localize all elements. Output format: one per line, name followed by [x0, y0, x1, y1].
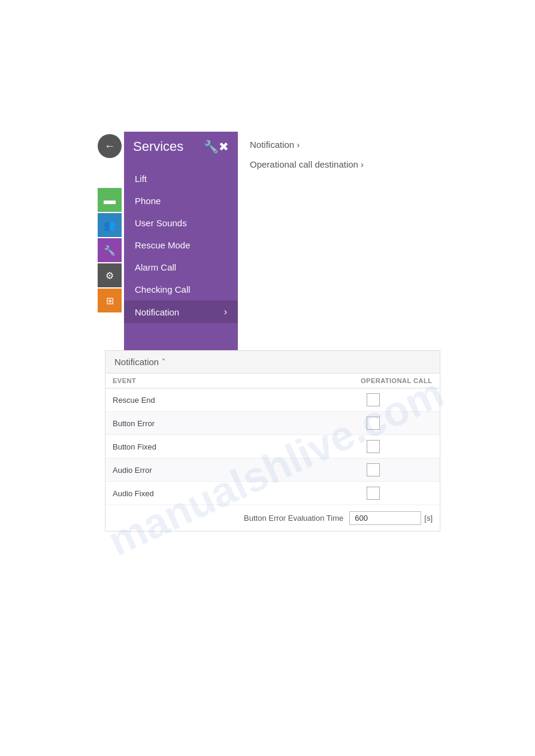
table-row: Rescue End: [105, 388, 440, 412]
sidebar-icon-team[interactable]: 👥: [98, 213, 122, 237]
event-button-fixed: Button Fixed: [113, 442, 361, 451]
table-row: Button Error: [105, 412, 440, 435]
menu-item-checking-call[interactable]: Checking Call: [124, 278, 238, 300]
opcall-checkbox-button-fixed[interactable]: [361, 440, 433, 453]
event-button-error: Button Error: [113, 419, 361, 428]
eval-time-row: Button Error Evaluation Time [s]: [105, 505, 440, 531]
notification-section-header[interactable]: Notification ˅: [105, 351, 440, 374]
checkbox-icon[interactable]: [367, 463, 380, 476]
sidebar-icon-grid[interactable]: ⊞: [98, 289, 122, 312]
operational-call-breadcrumb[interactable]: Operational call destination ›: [250, 154, 460, 174]
content-panel: Notification › Operational call destinat…: [250, 132, 460, 174]
checkbox-icon[interactable]: [367, 417, 380, 430]
notification-section: Notification ˅ EVENT OPERATIONAL CALL Re…: [105, 350, 440, 532]
eval-time-label: Button Error Evaluation Time: [244, 514, 343, 523]
chevron-right-icon: ›: [224, 306, 227, 317]
menu-item-phone[interactable]: Phone: [124, 190, 238, 212]
menu-item-notification[interactable]: Notification ›: [124, 300, 238, 323]
services-header: Services 🔧✖: [124, 132, 238, 162]
wrench-icon: 🔧✖: [204, 139, 229, 154]
checkbox-icon[interactable]: [367, 440, 380, 453]
dropdown-arrow-icon: ˅: [162, 358, 165, 366]
table-row: Audio Fixed: [105, 482, 440, 505]
eval-time-unit: [s]: [424, 514, 433, 523]
col-header-opcall: OPERATIONAL CALL: [361, 377, 433, 384]
services-menu: Lift Phone User Sounds Rescue Mode Alarm…: [124, 168, 238, 323]
menu-item-user-sounds[interactable]: User Sounds: [124, 212, 238, 234]
col-header-event: EVENT: [113, 377, 361, 384]
menu-item-alarm-call[interactable]: Alarm Call: [124, 256, 238, 278]
checkbox-icon[interactable]: [367, 487, 380, 500]
team-icon: 👥: [104, 220, 116, 231]
checkbox-icon[interactable]: [367, 393, 380, 406]
services-panel: Services 🔧✖ Lift Phone User Sounds Rescu…: [124, 132, 238, 371]
opcall-checkbox-audio-fixed[interactable]: [361, 487, 433, 500]
services-title: Services: [133, 139, 183, 154]
gear-icon: ⚙: [105, 270, 114, 281]
notification-table: EVENT OPERATIONAL CALL Rescue End Button…: [105, 374, 440, 531]
table-row: Button Fixed: [105, 435, 440, 459]
event-rescue-end: Rescue End: [113, 396, 361, 405]
sidebar-icon-gear[interactable]: ⚙: [98, 263, 122, 287]
table-row: Audio Error: [105, 459, 440, 482]
sidebar-icon-chart[interactable]: ▬: [98, 188, 122, 212]
notification-header-title: Notification: [114, 357, 159, 367]
opcall-checkbox-rescue-end[interactable]: [361, 393, 433, 406]
table-header: EVENT OPERATIONAL CALL: [105, 374, 440, 388]
chart-icon: ▬: [104, 193, 116, 207]
event-audio-fixed: Audio Fixed: [113, 489, 361, 498]
sidebar-icon-tools[interactable]: 🔧: [98, 238, 122, 262]
menu-item-lift[interactable]: Lift: [124, 168, 238, 190]
notification-breadcrumb[interactable]: Notification ›: [250, 135, 460, 154]
opcall-checkbox-button-error[interactable]: [361, 417, 433, 430]
tools-icon: 🔧: [104, 245, 116, 256]
menu-item-rescue-mode[interactable]: Rescue Mode: [124, 234, 238, 256]
opcall-checkbox-audio-error[interactable]: [361, 463, 433, 476]
back-button[interactable]: ←: [98, 134, 122, 158]
grid-icon: ⊞: [106, 295, 114, 306]
eval-time-input[interactable]: [349, 511, 421, 525]
event-audio-error: Audio Error: [113, 466, 361, 475]
